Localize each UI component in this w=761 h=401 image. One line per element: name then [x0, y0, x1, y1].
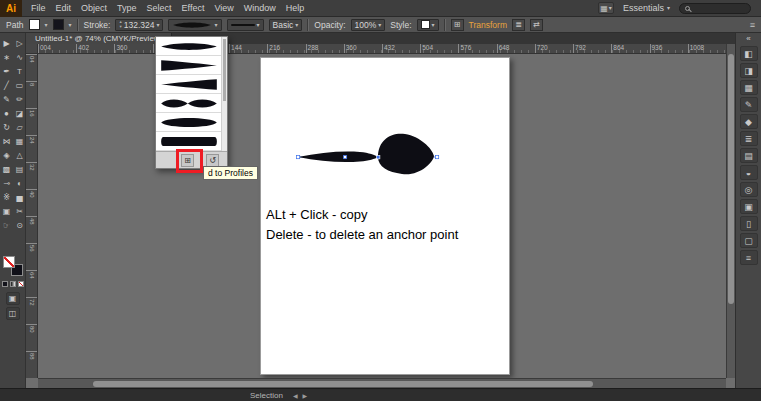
gradient-button[interactable] — [10, 281, 16, 287]
width-profile-dropdown[interactable]: ▾ — [168, 19, 221, 31]
gradient-panel-icon[interactable]: ▤ — [740, 148, 758, 163]
blend-tool[interactable]: ◐ — [13, 176, 26, 190]
transparency-panel-icon[interactable]: ◒ — [740, 165, 758, 180]
opacity-label[interactable]: Opacity: — [314, 20, 345, 30]
chevron-down-icon[interactable]: ▾ — [432, 22, 435, 28]
artboards-panel-icon[interactable]: ▢ — [740, 233, 758, 248]
variable-width-path[interactable] — [290, 126, 445, 186]
draw-mode-button[interactable]: ▣ — [6, 292, 20, 305]
fill-stroke-indicator[interactable] — [3, 256, 23, 276]
opacity-field[interactable]: 100% ▾ — [351, 19, 386, 31]
color-button[interactable] — [2, 281, 8, 287]
control-panel-menu-icon[interactable]: ≡ — [750, 20, 755, 30]
brush-stroke-dropdown[interactable]: ▾ — [227, 19, 264, 31]
eraser-tool[interactable]: ◪ — [13, 106, 26, 120]
align-panel-icon[interactable]: ≡ — [740, 250, 758, 265]
rectangle-tool[interactable]: ▭ — [13, 78, 26, 92]
menu-edit[interactable]: Edit — [51, 3, 77, 13]
stroke-weight-stepper[interactable]: ▴ ▾ — [119, 20, 121, 29]
horizontal-scrollbar-thumb[interactable] — [93, 381, 593, 387]
appearance-panel-icon[interactable]: ◎ — [740, 182, 758, 197]
previous-artboard-icon[interactable]: ◀ — [293, 392, 298, 399]
magic-wand-tool[interactable]: ∗ — [0, 50, 13, 64]
layers-panel-icon[interactable]: ▯ — [740, 216, 758, 231]
graphic-styles-panel-icon[interactable]: ▣ — [740, 199, 758, 214]
menu-select[interactable]: Select — [142, 3, 177, 13]
profile-list-scrollbar[interactable] — [221, 37, 227, 151]
chevron-down-icon[interactable]: ▾ — [295, 22, 298, 28]
chevron-down-icon[interactable]: ▾ — [378, 22, 381, 28]
symbol-sprayer-tool[interactable]: ※ — [0, 190, 13, 204]
fill-indicator-swatch[interactable] — [3, 256, 15, 268]
color-panel-icon[interactable]: ◧ — [740, 46, 758, 61]
mesh-tool[interactable]: ▩ — [0, 162, 13, 176]
type-tool[interactable]: T — [13, 64, 26, 78]
path-tail-shape[interactable] — [298, 152, 378, 163]
direct-selection-tool[interactable]: ▷ — [13, 36, 26, 50]
width-profile-4[interactable] — [156, 94, 221, 113]
horizontal-ruler[interactable]: 0044023603187214421628836043250457664872… — [38, 44, 726, 54]
free-transform-tool[interactable]: ▦ — [13, 134, 26, 148]
rotate-tool[interactable]: ↻ — [0, 120, 13, 134]
lasso-tool[interactable]: ∿ — [13, 50, 26, 64]
width-profile-1[interactable] — [156, 37, 221, 56]
menu-window[interactable]: Window — [239, 3, 281, 13]
color-guide-panel-icon[interactable]: ◨ — [740, 63, 758, 78]
none-button[interactable] — [18, 281, 24, 287]
workspace-switcher[interactable]: Essentials ▾ — [623, 3, 670, 13]
profile-list-scrollbar-thumb[interactable] — [223, 39, 226, 101]
artboard-tool[interactable]: ▣ — [0, 204, 13, 218]
blob-brush-tool[interactable]: ● — [0, 106, 13, 120]
width-tool[interactable]: ⋈ — [0, 134, 13, 148]
menu-view[interactable]: View — [209, 3, 238, 13]
shape-builder-tool[interactable]: ◈ — [0, 148, 13, 162]
zoom-tool[interactable]: ⊙ — [13, 218, 26, 232]
document-tab[interactable]: Untitled-1* @ 74% (CMYK/Preview) — [26, 33, 172, 44]
next-artboard-icon[interactable]: ▶ — [303, 392, 308, 399]
stroke-weight-field[interactable]: ▴ ▾ 132.324 ▾ — [115, 19, 163, 31]
anchor-point[interactable] — [344, 156, 347, 159]
path-head-shape[interactable] — [378, 134, 434, 175]
stroke-label[interactable]: Stroke: — [84, 20, 111, 30]
chevron-down-icon[interactable]: ▾ — [45, 22, 48, 28]
perspective-grid-tool[interactable]: △ — [13, 148, 26, 162]
opacity-value[interactable]: 100% — [355, 20, 377, 30]
horizontal-scrollbar[interactable] — [38, 378, 726, 388]
stroke-panel-icon[interactable]: ≣ — [740, 131, 758, 146]
anchor-point[interactable] — [436, 156, 439, 159]
chevron-down-icon[interactable]: ▾ — [69, 22, 72, 28]
eyedropper-tool[interactable]: ⊸ — [0, 176, 13, 190]
menu-help[interactable]: Help — [281, 3, 310, 13]
style-dropdown[interactable]: ▾ — [417, 19, 439, 31]
brushes-panel-icon[interactable]: ✎ — [740, 97, 758, 112]
pencil-tool[interactable]: ✏ — [13, 92, 26, 106]
column-graph-tool[interactable]: ▅ — [13, 190, 26, 204]
style-label[interactable]: Style: — [390, 20, 411, 30]
pen-tool[interactable]: ✒ — [0, 64, 13, 78]
menu-object[interactable]: Object — [76, 3, 112, 13]
slice-tool[interactable]: ✂ — [13, 204, 26, 218]
transform-link[interactable]: Transform — [469, 20, 507, 30]
menu-effect[interactable]: Effect — [177, 3, 210, 13]
vertical-scrollbar[interactable] — [726, 44, 735, 378]
fill-color-swatch[interactable] — [29, 19, 40, 30]
gradient-tool[interactable]: ▤ — [13, 162, 26, 176]
spinner-down-icon[interactable]: ▾ — [119, 25, 121, 30]
ruler-origin-corner[interactable] — [26, 44, 38, 54]
scale-tool[interactable]: ▱ — [13, 120, 26, 134]
brush-definition-dropdown[interactable]: Basic ▾ — [269, 19, 303, 31]
anchor-point[interactable] — [297, 156, 300, 159]
distribute-options-icon[interactable]: ⇄ — [530, 19, 543, 31]
document-setup-icon[interactable]: ⊞ — [451, 19, 464, 31]
chevron-down-icon[interactable]: ▾ — [156, 22, 159, 28]
vertical-ruler[interactable]: 04816243240485664728088 — [26, 54, 38, 378]
menu-file[interactable]: File — [26, 3, 51, 13]
expand-panels-icon[interactable]: « — [746, 33, 750, 45]
paintbrush-tool[interactable]: ✎ — [0, 92, 13, 106]
chevron-down-icon[interactable]: ▾ — [257, 22, 260, 28]
arrange-documents-icon[interactable]: ▦ ▾ — [598, 2, 614, 14]
menu-type[interactable]: Type — [112, 3, 142, 13]
add-to-profiles-button[interactable]: ⊞ — [181, 154, 194, 167]
chevron-down-icon[interactable]: ▾ — [214, 22, 217, 28]
align-options-icon[interactable]: ≣ — [512, 19, 525, 31]
